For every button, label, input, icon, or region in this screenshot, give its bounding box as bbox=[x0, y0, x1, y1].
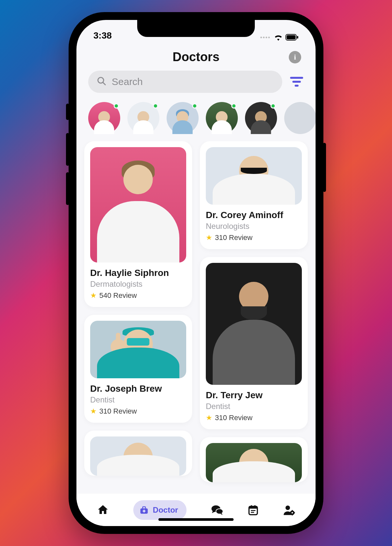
doctor-photo bbox=[206, 443, 302, 482]
star-icon: ★ bbox=[90, 407, 97, 416]
svg-rect-19 bbox=[251, 512, 254, 513]
doctor-card-partial[interactable] bbox=[200, 437, 308, 482]
star-icon: ★ bbox=[206, 233, 212, 242]
svg-point-13 bbox=[216, 508, 223, 514]
doctor-name: Dr. Terry Jew bbox=[206, 390, 302, 401]
doctor-card-partial[interactable] bbox=[84, 431, 192, 476]
doctor-name: Dr. Corey Aminoff bbox=[206, 210, 302, 220]
doctor-specialty: Dentist bbox=[90, 395, 186, 404]
volume-down-button bbox=[66, 172, 69, 205]
medical-bag-icon bbox=[139, 505, 149, 515]
page-header: Doctors i bbox=[76, 43, 316, 69]
power-button bbox=[323, 143, 326, 192]
doctor-specialty: Dermatologists bbox=[90, 280, 186, 289]
doctor-photo bbox=[206, 263, 302, 384]
chat-icon bbox=[211, 504, 223, 516]
online-dot-icon bbox=[114, 103, 119, 109]
svg-point-20 bbox=[286, 505, 290, 510]
status-icons bbox=[260, 34, 299, 41]
star-icon: ★ bbox=[90, 291, 97, 300]
bottom-nav: Doctor bbox=[76, 493, 316, 526]
calendar-icon bbox=[248, 504, 259, 516]
cellular-icon bbox=[260, 37, 270, 38]
doctor-card[interactable]: Dr. Corey Aminoff Neurologists ★310 Revi… bbox=[200, 141, 308, 249]
svg-rect-1 bbox=[287, 35, 296, 40]
doctor-card[interactable]: Dr. Terry Jew Dentist ★310 Review bbox=[200, 257, 308, 429]
nav-home[interactable] bbox=[97, 504, 109, 516]
story-avatar[interactable] bbox=[284, 102, 316, 134]
wifi-icon bbox=[274, 34, 283, 41]
doctor-card[interactable]: Dr. Joseph Brew Dentist ★310 Review bbox=[84, 315, 192, 423]
svg-rect-5 bbox=[290, 77, 303, 79]
status-time: 3:38 bbox=[93, 30, 112, 41]
svg-rect-15 bbox=[249, 506, 257, 508]
doctor-name: Dr. Joseph Brew bbox=[90, 384, 186, 394]
search-input[interactable] bbox=[112, 76, 274, 87]
info-icon: i bbox=[294, 53, 296, 61]
svg-rect-2 bbox=[297, 36, 298, 39]
svg-rect-6 bbox=[292, 81, 301, 83]
nav-doctor-active[interactable]: Doctor bbox=[133, 500, 187, 520]
doctor-photo bbox=[90, 147, 186, 263]
volume-up-button bbox=[66, 133, 69, 166]
filter-button[interactable] bbox=[289, 76, 304, 87]
svg-rect-11 bbox=[142, 510, 145, 511]
info-button[interactable]: i bbox=[289, 51, 301, 63]
doctor-reviews: ★310 Review bbox=[206, 414, 302, 422]
doctor-photo bbox=[90, 321, 186, 378]
search-field[interactable] bbox=[88, 71, 282, 93]
home-indicator[interactable] bbox=[158, 518, 234, 521]
svg-rect-9 bbox=[142, 507, 145, 509]
svg-point-22 bbox=[291, 512, 293, 513]
online-doctors-strip[interactable] bbox=[76, 99, 316, 141]
screen: 3:38 Doctors i bbox=[76, 20, 316, 526]
doctor-photo bbox=[206, 147, 302, 205]
story-avatar[interactable] bbox=[127, 102, 159, 134]
online-dot-icon bbox=[270, 103, 276, 109]
home-icon bbox=[97, 504, 109, 516]
svg-rect-16 bbox=[251, 505, 252, 507]
battery-icon bbox=[286, 34, 299, 41]
search-icon bbox=[97, 76, 106, 87]
doctor-specialty: Neurologists bbox=[206, 222, 302, 231]
online-dot-icon bbox=[153, 103, 158, 109]
phone-frame: 3:38 Doctors i bbox=[69, 12, 323, 534]
star-icon: ★ bbox=[206, 414, 212, 422]
notch bbox=[137, 20, 255, 37]
online-dot-icon bbox=[192, 103, 197, 109]
story-avatar[interactable] bbox=[167, 102, 199, 134]
nav-profile[interactable] bbox=[283, 504, 295, 516]
doctor-reviews: ★310 Review bbox=[206, 233, 302, 242]
nav-chat[interactable] bbox=[211, 504, 223, 516]
doctor-photo bbox=[90, 436, 186, 476]
nav-doctor-label: Doctor bbox=[153, 505, 178, 515]
story-avatar[interactable] bbox=[206, 102, 238, 134]
doctor-list[interactable]: Dr. Haylie Siphron Dermatologists ★540 R… bbox=[76, 141, 316, 493]
story-avatar[interactable] bbox=[88, 102, 120, 134]
doctor-reviews: ★310 Review bbox=[90, 407, 186, 416]
search-row bbox=[76, 69, 316, 99]
profile-settings-icon bbox=[283, 504, 295, 516]
svg-rect-17 bbox=[254, 505, 256, 507]
online-dot-icon bbox=[231, 103, 237, 109]
page-title: Doctors bbox=[172, 50, 220, 64]
doctor-name: Dr. Haylie Siphron bbox=[90, 268, 186, 278]
svg-rect-18 bbox=[251, 510, 255, 511]
nav-calendar[interactable] bbox=[248, 504, 259, 516]
story-avatar[interactable] bbox=[245, 102, 277, 134]
doctor-card[interactable]: Dr. Haylie Siphron Dermatologists ★540 R… bbox=[84, 141, 192, 307]
svg-line-4 bbox=[103, 82, 105, 85]
doctor-reviews: ★540 Review bbox=[90, 291, 186, 300]
side-button bbox=[66, 104, 69, 120]
svg-rect-7 bbox=[295, 85, 299, 87]
doctor-specialty: Dentist bbox=[206, 402, 302, 411]
